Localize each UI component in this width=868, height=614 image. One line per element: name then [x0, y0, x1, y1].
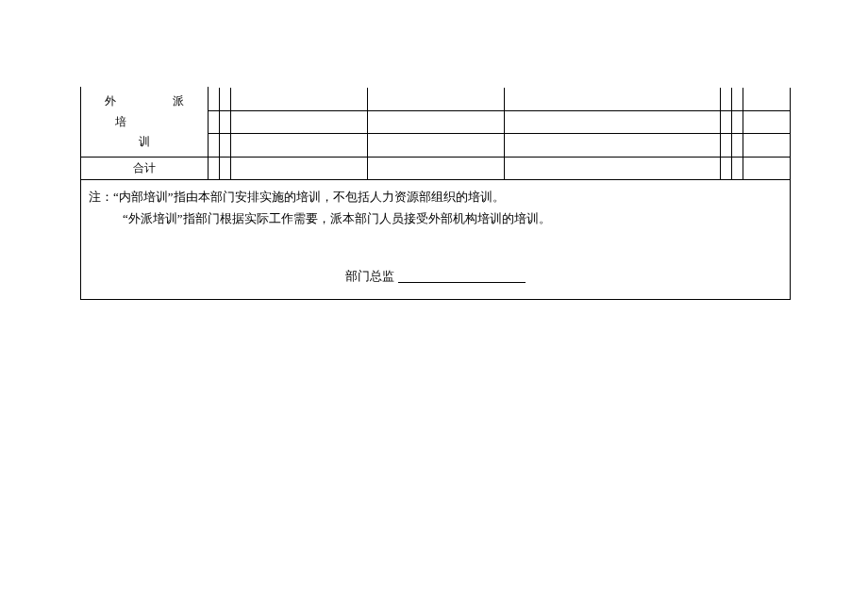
cell — [368, 88, 505, 111]
cell — [732, 88, 743, 111]
cell — [209, 88, 220, 111]
cell — [732, 134, 743, 158]
char-pai: 派 — [173, 91, 184, 112]
cell — [505, 134, 721, 158]
cell — [505, 157, 721, 179]
cell — [505, 110, 721, 134]
cell — [743, 134, 791, 158]
cell — [743, 88, 791, 111]
table-row: 外派 培 训 — [81, 88, 791, 111]
total-row: 合计 — [81, 157, 791, 179]
cell — [231, 110, 368, 134]
cell — [220, 134, 231, 158]
cell — [209, 134, 220, 158]
cell — [505, 88, 721, 111]
cell — [721, 157, 732, 179]
notes-row: 注：“内部培训”指由本部门安排实施的培训，不包括人力资源部组织的培训。 “外派培… — [81, 179, 791, 263]
char-wai: 外 — [105, 91, 116, 112]
cell — [732, 110, 743, 134]
cell — [732, 157, 743, 179]
note-line-2: “外派培训”指部门根据实际工作需要，派本部门人员接受外部机构培训的培训。 — [89, 207, 782, 229]
row-title-external-training: 外派 培 训 — [81, 88, 209, 158]
cell — [368, 157, 505, 179]
cell — [368, 134, 505, 158]
cell — [220, 88, 231, 111]
signature-row: 部门总监 — [81, 264, 791, 300]
cell — [743, 110, 791, 134]
signature-label: 部门总监 — [345, 269, 394, 283]
signature-line — [398, 282, 526, 283]
cell — [220, 157, 231, 179]
notes-cell: 注：“内部培训”指由本部门安排实施的培训，不包括人力资源部组织的培训。 “外派培… — [81, 179, 791, 263]
total-label-cell: 合计 — [81, 157, 209, 179]
cell — [721, 88, 732, 111]
signature-cell: 部门总监 — [81, 264, 791, 300]
training-plan-table: 外派 培 训 — [80, 87, 791, 300]
cell — [231, 88, 368, 111]
cell — [209, 157, 220, 179]
cell — [721, 110, 732, 134]
cell — [220, 110, 231, 134]
char-xun: 训 — [87, 132, 202, 153]
note-line-1: 注：“内部培训”指由本部门安排实施的培训，不包括人力资源部组织的培训。 — [89, 186, 782, 207]
cell — [209, 110, 220, 134]
form-table-container: 外派 培 训 — [80, 87, 790, 300]
cell — [368, 110, 505, 134]
cell — [721, 134, 732, 158]
cell — [231, 134, 368, 158]
cell — [231, 157, 368, 179]
char-pei: 培 — [87, 112, 202, 133]
cell — [743, 157, 791, 179]
